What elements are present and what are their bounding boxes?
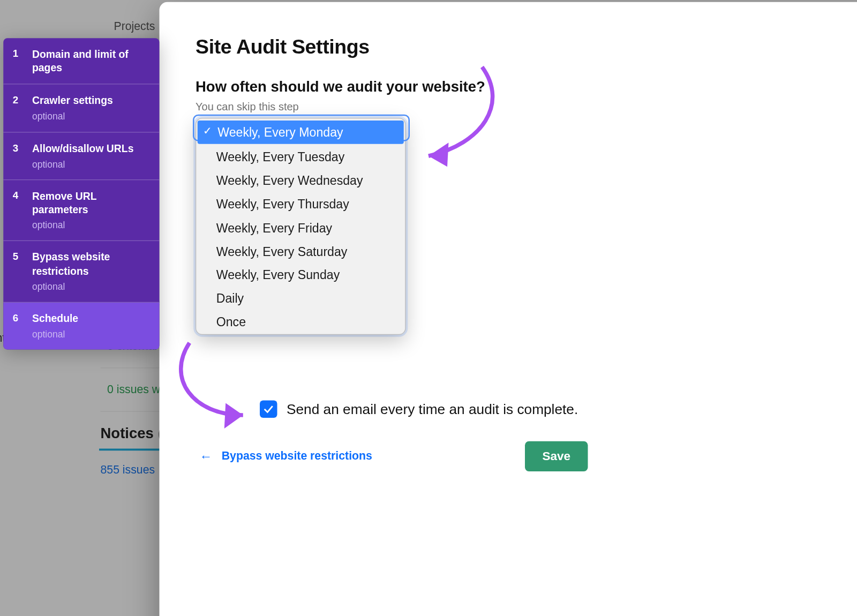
dropdown-option[interactable]: Weekly, Every Monday [198,121,404,144]
step-bypass-restrictions[interactable]: 5 Bypass website restrictionsoptional [3,242,159,303]
email-notify-row: Send an email every time an audit is com… [260,401,578,418]
save-button[interactable]: Save [525,441,588,471]
schedule-dropdown[interactable]: Weekly, Every Monday Weekly, Every Tuesd… [196,118,406,335]
dropdown-option[interactable]: Weekly, Every Tuesday [196,145,405,169]
modal-nav: ← Bypass website restrictions Save [200,441,588,471]
step-label: Allow/disallow URLs [32,142,133,154]
step-crawler-settings[interactable]: 2 Crawler settingsoptional [3,85,159,132]
step-remove-params[interactable]: 4 Remove URL parametersoptional [3,180,159,241]
step-domain-limit[interactable]: 1 Domain and limit of pages [3,38,159,85]
step-label: Schedule [32,313,78,324]
email-checkbox-label: Send an email every time an audit is com… [287,401,578,417]
skip-hint: You can skip this step [196,101,857,114]
schedule-question: How often should we audit your website? [196,78,857,96]
dropdown-option[interactable]: Weekly, Every Saturday [196,239,405,263]
site-audit-settings-modal: Site Audit Settings How often should we … [160,2,858,616]
dropdown-option[interactable]: Weekly, Every Friday [196,216,405,239]
step-label: Domain and limit of pages [32,48,129,73]
arrow-left-icon: ← [200,449,213,464]
step-label: Crawler settings [32,95,113,106]
dropdown-option[interactable]: Daily [196,287,405,310]
wizard-steps: 1 Domain and limit of pages 2 Crawler se… [3,38,159,350]
step-label: Bypass website restrictions [32,251,110,276]
dropdown-option[interactable]: Weekly, Every Sunday [196,263,405,287]
dropdown-option[interactable]: Weekly, Every Wednesday [196,169,405,192]
dropdown-option[interactable]: Weekly, Every Thursday [196,192,405,216]
step-label: Remove URL parameters [32,190,96,215]
back-button-label: Bypass website restrictions [222,449,372,463]
email-checkbox[interactable] [260,401,277,418]
step-allow-disallow[interactable]: 3 Allow/disallow URLsoptional [3,132,159,180]
dropdown-option[interactable]: Once [196,310,405,334]
back-button[interactable]: ← Bypass website restrictions [200,449,372,464]
modal-title: Site Audit Settings [196,35,857,58]
step-schedule[interactable]: 6 Scheduleoptional [3,303,159,350]
